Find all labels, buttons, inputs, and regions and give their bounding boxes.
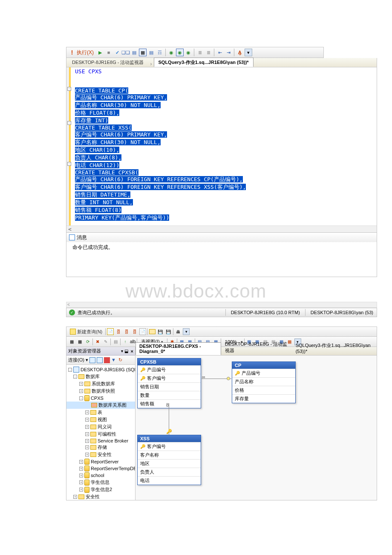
db-icon-c[interactable]: 🗄 bbox=[131, 328, 138, 335]
expand-icon[interactable]: - bbox=[73, 375, 77, 379]
tab-sqlquery[interactable]: SQLQuery3-作业1.sq...JR1E8G\yan (53))* bbox=[154, 58, 254, 67]
indent2-icon[interactable]: ⇥ bbox=[225, 49, 232, 56]
expand-icon[interactable]: + bbox=[79, 467, 83, 471]
tb-icon[interactable]: ⟳ bbox=[84, 338, 91, 345]
expand-icon[interactable]: + bbox=[85, 425, 89, 429]
expand-icon[interactable]: + bbox=[85, 439, 89, 443]
new-query-button[interactable]: 新建查询(N) bbox=[68, 328, 104, 335]
expand-icon[interactable]: - bbox=[68, 368, 72, 372]
h-scrollbar[interactable]: < bbox=[66, 225, 377, 232]
expand-icon[interactable]: + bbox=[79, 488, 83, 491]
tool-icon-c[interactable]: ◉ bbox=[184, 49, 192, 56]
new-icon[interactable]: 📄 bbox=[107, 328, 114, 335]
debug-icon[interactable]: ❏❏ bbox=[122, 49, 130, 56]
tree-node[interactable]: 表 bbox=[98, 409, 102, 416]
tree-node[interactable]: 学生信息2 bbox=[91, 486, 112, 493]
pin-icon[interactable]: ▾ ⬓ bbox=[121, 349, 128, 353]
overflow-icon[interactable]: ▾ bbox=[183, 328, 190, 335]
overflow-icon[interactable]: ▾ bbox=[245, 49, 252, 56]
tab-query[interactable]: SQLQuery3-作业1.sq...JR1E8G\yan (53))* bbox=[292, 341, 377, 355]
open-icon[interactable] bbox=[149, 329, 156, 334]
tree-node[interactable]: 存储 bbox=[98, 444, 107, 451]
tab-activity[interactable]: DESKTOP-8JR1E8G - 活动监视器 bbox=[221, 340, 292, 355]
dedent-icon[interactable]: ⇤ bbox=[216, 49, 224, 56]
expand-icon[interactable]: + bbox=[85, 410, 89, 414]
ab-icon[interactable]: A͓ bbox=[236, 49, 244, 56]
tb-icon[interactable]: ▦ bbox=[68, 338, 75, 345]
tool-icon[interactable] bbox=[97, 357, 103, 363]
db-icon-a[interactable]: 🗄 bbox=[115, 328, 122, 335]
stop-icon[interactable] bbox=[104, 357, 110, 363]
expand-icon[interactable]: + bbox=[85, 418, 89, 422]
object-tree[interactable]: -DESKTOP-8JR1E8G (SQL Serv -数据库 +系统数据库 +… bbox=[66, 365, 135, 500]
fold-icon[interactable]: - bbox=[67, 162, 71, 166]
stop-icon[interactable]: ■ bbox=[105, 49, 112, 56]
outline-icon[interactable]: ▤ bbox=[130, 49, 138, 56]
print-icon[interactable]: 🖶 bbox=[175, 328, 182, 335]
expand-icon[interactable]: + bbox=[85, 432, 89, 436]
results-grid-icon[interactable]: ▦ bbox=[139, 49, 147, 56]
tree-node[interactable]: school bbox=[91, 473, 104, 478]
doc-icon[interactable]: 📄 bbox=[139, 328, 146, 335]
tree-node[interactable]: 数据库关系图 bbox=[98, 402, 127, 408]
play-icon[interactable]: ▶ bbox=[96, 49, 104, 56]
tool-icon-a[interactable]: ◉ bbox=[167, 49, 175, 56]
tab-activity-monitor[interactable]: DESKTOP-8JR1E8G - 活动监视器 bbox=[67, 58, 149, 67]
tool-icon-b[interactable]: ◉ bbox=[176, 49, 184, 56]
tree-node[interactable]: 安全性 bbox=[98, 451, 112, 458]
db-icon-b[interactable]: 🗄 bbox=[123, 328, 130, 335]
tab-diagram[interactable]: DESKTOP-8JR1E8G.CPXS - Diagram_0* bbox=[135, 342, 221, 355]
thin-scrollbar[interactable]: < bbox=[66, 302, 377, 308]
diagram-area: DESKTOP-8JR1E8G.CPXS - Diagram_0* DESKTO… bbox=[135, 347, 377, 500]
tree-node-server[interactable]: DESKTOP-8JR1E8G (SQL Serv bbox=[81, 367, 135, 372]
tree-node[interactable]: 数据库 bbox=[86, 373, 100, 380]
tb-icon[interactable]: ↑ bbox=[122, 338, 129, 345]
tb-icon[interactable]: ▦ bbox=[76, 338, 83, 345]
tb-icon[interactable]: ✖ bbox=[94, 338, 101, 345]
filter-icon[interactable]: ▼ bbox=[111, 357, 117, 363]
tree-node[interactable]: 数据库快照 bbox=[92, 388, 115, 394]
connect-dropdown[interactable]: 连接(O) bbox=[68, 357, 88, 363]
save-icon[interactable]: 💾 bbox=[157, 328, 164, 335]
tree-node[interactable]: 可编程性 bbox=[98, 431, 116, 437]
expand-icon[interactable]: - bbox=[79, 396, 83, 400]
tb-icon[interactable]: ✎ bbox=[102, 338, 109, 345]
expand-icon[interactable]: + bbox=[79, 474, 83, 477]
expand-icon[interactable]: + bbox=[85, 445, 89, 449]
tree-node[interactable]: 视图 bbox=[98, 416, 107, 423]
table-cpxsb[interactable]: CPXSB 🔑产品编号 🔑客户编号 销售日期 数量 销售额 bbox=[137, 358, 201, 408]
comment-icon[interactable]: ☶ bbox=[156, 49, 164, 56]
check-icon[interactable]: ✓ bbox=[113, 49, 121, 56]
tb-icon[interactable]: ▤ bbox=[112, 338, 119, 345]
tree-node-cpxs[interactable]: CPXS bbox=[91, 396, 104, 401]
expand-icon[interactable]: + bbox=[85, 453, 89, 457]
expand-icon[interactable]: + bbox=[79, 460, 83, 464]
tree-node[interactable]: 系统数据库 bbox=[92, 381, 115, 387]
tree-node[interactable]: ReportServer bbox=[91, 459, 118, 464]
editor-tabs: DESKTOP-8JR1E8G - 活动监视器 SQLQuery3-作业1.sq… bbox=[66, 58, 377, 67]
tree-node[interactable]: 学生信息 bbox=[91, 479, 110, 486]
expand-icon[interactable]: + bbox=[73, 495, 77, 499]
fold-icon[interactable]: - bbox=[67, 87, 71, 91]
expand-icon[interactable]: + bbox=[79, 382, 83, 386]
fold-icon[interactable]: - bbox=[67, 121, 71, 125]
tree-node[interactable]: ReportServerTempDB bbox=[91, 466, 135, 471]
sql-editor[interactable]: - - - USE CPXS CREATE TABLE CP( 产品编号 CHA… bbox=[66, 67, 377, 233]
outdent-icon[interactable]: ≣ bbox=[205, 49, 212, 56]
expand-icon[interactable]: + bbox=[79, 389, 83, 393]
execute-button[interactable]: 执行(X) bbox=[77, 49, 94, 56]
tree-node[interactable]: 安全性 bbox=[86, 494, 100, 500]
results-text-icon[interactable]: ▤ bbox=[147, 49, 155, 56]
diagram-canvas[interactable]: CPXSB 🔑产品编号 🔑客户编号 销售日期 数量 销售额 CP 🔑产品编号 产… bbox=[135, 356, 377, 500]
messages-tab[interactable]: 消息 bbox=[66, 233, 377, 242]
table-xss[interactable]: XSS 🔑客户编号 客户名称 地区 负责人 电话 bbox=[137, 435, 201, 485]
expand-icon[interactable]: + bbox=[79, 480, 83, 484]
tree-node[interactable]: 同义词 bbox=[98, 424, 112, 430]
tree-node[interactable]: Service Broker bbox=[98, 438, 128, 443]
close-icon[interactable]: × bbox=[131, 349, 133, 354]
table-cp[interactable]: CP 🔑产品编号 产品名称 价格 库存量 bbox=[232, 361, 296, 403]
saveall-icon[interactable]: 💾 bbox=[165, 328, 172, 335]
indent-icon[interactable]: ≣ bbox=[196, 49, 204, 56]
refresh-icon[interactable]: ↻ bbox=[118, 357, 124, 363]
tool-icon[interactable] bbox=[89, 357, 95, 363]
